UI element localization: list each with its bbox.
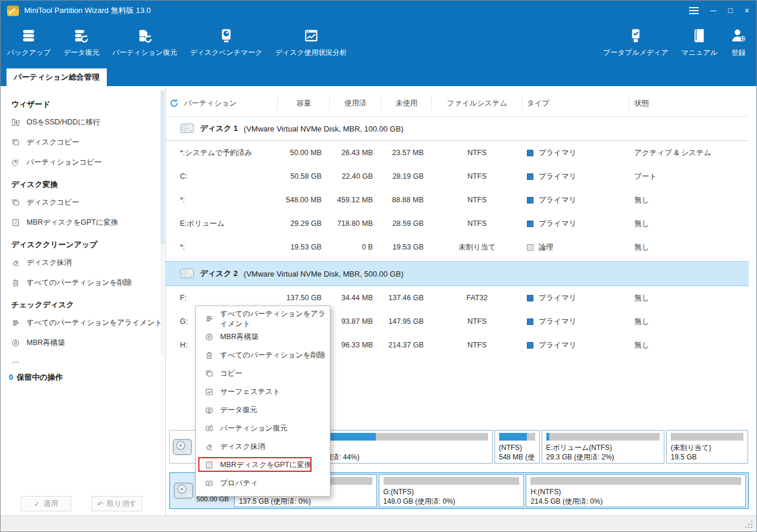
menu-item-align-all-partitions[interactable]: すべてのパーティションをアライメント	[196, 310, 330, 328]
disk-usage-analysis-icon	[303, 28, 319, 44]
data-recovery-icon	[73, 28, 89, 44]
usage-bar	[546, 433, 660, 441]
disk-icon	[180, 123, 194, 134]
col-partition[interactable]: パーティション	[184, 98, 237, 109]
table-row-c[interactable]: C: 50.58 GB 22.40 GB 28.19 GB NTFS プライマリ…	[166, 165, 749, 188]
backup-icon	[21, 28, 37, 44]
menu-item-delete-all-partitions[interactable]: すべてのパーティションを削除	[196, 346, 330, 364]
app-logo-icon	[6, 4, 19, 17]
data-recovery-icon	[205, 406, 214, 415]
pending-label: 保留中の操作	[17, 373, 63, 382]
clipped-item-icon	[11, 359, 20, 364]
disk-icon	[173, 482, 194, 500]
table-row-sysreserved[interactable]: *:システムで予約済み 50.00 MB 26.43 MB 23.57 MB N…	[166, 141, 749, 165]
sidebar-item-align-all-partitions[interactable]: すべてのパーティションをアライメント	[11, 313, 165, 333]
table-row-star1[interactable]: *: 548.00 MB 459.12 MB 88.88 MB NTFS プライ…	[166, 188, 749, 212]
diskmap-block-h[interactable]: H:(NTFS) 214.5 GB (使用済: 0%)	[526, 474, 746, 507]
sidebar-item-disk-copy-2[interactable]: ディスクコピー	[11, 192, 165, 212]
undo-icon: ↶	[97, 500, 103, 508]
action-buttons: ✓ 適用 ↶ 取り消す	[21, 496, 142, 511]
sidebar-section-check-disk: チェックディスク	[11, 300, 165, 310]
diskmap-block-g[interactable]: G:(NTFS) 148.0 GB (使用済: 0%)	[379, 474, 525, 507]
menu-item-surface-test[interactable]: サーフェステスト	[196, 383, 330, 401]
diskmap-block-548mb[interactable]: (NTFS) 548 MB (使用済: 84%)	[494, 430, 540, 464]
sidebar-item-convert-mbr-gpt[interactable]: 2 MBRディスクをGPTに変換	[11, 212, 165, 232]
primary-type-square	[527, 295, 533, 301]
sidebar-scroll-area: ウィザード OSをSSD/HDDに移行 ディスクコピー パーティションコピー デ	[1, 86, 165, 364]
sidebar-item-partition-copy[interactable]: パーティションコピー	[11, 152, 165, 172]
toolbar-disk-usage-button[interactable]: ディスク使用状況分析	[268, 24, 353, 61]
tab-partition-management[interactable]: パーティション総合管理	[6, 68, 107, 86]
disk-copy-icon	[11, 198, 20, 207]
primary-type-square	[527, 221, 533, 227]
table-row-e[interactable]: E:ボリューム 29.29 GB 718.80 MB 28.59 GB NTFS…	[166, 212, 749, 235]
properties-icon	[205, 479, 214, 488]
primary-type-square	[527, 318, 533, 325]
table-row-unallocated[interactable]: *: 19.53 GB 0 B 19.53 GB 未割り当て 論理 無し	[166, 235, 749, 259]
convert-mbr-gpt-icon: 2	[11, 218, 20, 227]
sidebar: ウィザード OSをSSD/HDDに移行 ディスクコピー パーティションコピー デ	[1, 86, 166, 515]
minimize-button[interactable]: ─	[710, 5, 716, 16]
refresh-icon[interactable]	[169, 98, 179, 108]
disk-context-menu: すべてのパーティションをアライメント MBR再構築 すべてのパーティションを削除…	[195, 306, 330, 497]
sidebar-scrollbar[interactable]	[160, 90, 165, 355]
sidebar-section-disk-cleanup: ディスククリーンアップ	[11, 239, 165, 250]
bootable-media-icon	[628, 28, 644, 44]
sidebar-section-wizard: ウィザード	[11, 99, 165, 110]
toolbar-data-recovery-button[interactable]: データ復元	[57, 24, 106, 61]
sidebar-item-migrate-os[interactable]: OSをSSD/HDDに移行	[11, 112, 165, 132]
highlight-red-box	[198, 457, 312, 472]
menu-item-convert-mbr-to-gpt[interactable]: 2 MBRディスクをGPTに変換	[196, 456, 330, 474]
undo-button[interactable]: ↶ 取り消す	[91, 496, 142, 511]
resize-grip[interactable]	[745, 521, 752, 528]
apply-button[interactable]: ✓ 適用	[21, 496, 71, 511]
sidebar-item-clipped[interactable]	[11, 353, 165, 364]
surface-test-icon	[205, 387, 214, 396]
toolbar-manual-button[interactable]: マニュアル	[675, 24, 724, 61]
col-status[interactable]: 状態	[630, 90, 749, 116]
close-button[interactable]: ×	[745, 5, 749, 16]
diskmap-block-e[interactable]: E:ボリューム(NTFS) 29.3 GB (使用済: 2%)	[542, 430, 664, 464]
menu-item-data-recovery[interactable]: データ復元	[196, 401, 330, 419]
check-icon: ✓	[34, 500, 40, 508]
partition-recovery-icon	[205, 424, 214, 433]
align-partitions-icon	[205, 314, 214, 323]
table-header: パーティション 容量 使用済 未使用 ファイルシステム タイプ 状態	[166, 90, 749, 117]
main-body: ウィザード OSをSSD/HDDに移行 ディスクコピー パーティションコピー デ	[1, 86, 756, 515]
sidebar-scrollbar-thumb[interactable]	[160, 91, 165, 244]
disk1-header-row[interactable]: ディスク 1 (VMware Virtual NVMe Disk, MBR, 1…	[166, 117, 749, 141]
titlebar: MiniTool Partition Wizard 無料版 13.0 ─ □ ×	[1, 1, 756, 21]
toolbar-partition-recovery-button[interactable]: パーティション復元	[106, 24, 183, 61]
disk-copy-icon	[11, 138, 20, 147]
toolbar-disk-benchmark-button[interactable]: ディスクベンチマーク	[183, 24, 269, 61]
col-used[interactable]: 使用済	[330, 90, 381, 116]
toolbar-register-button[interactable]: 登録	[724, 24, 753, 61]
col-capacity[interactable]: 容量	[278, 90, 330, 116]
diskmap-block-unallocated[interactable]: (未割り当て) 19.5 GB	[666, 430, 748, 464]
menu-item-partition-recovery[interactable]: パーティション復元	[196, 419, 330, 438]
pending-operations: 0保留中の操作	[1, 364, 165, 383]
menu-item-wipe-disk[interactable]: ディスク抹消	[196, 438, 330, 456]
maximize-button[interactable]: □	[728, 5, 733, 16]
align-partitions-icon	[11, 318, 20, 327]
menu-item-rebuild-mbr[interactable]: MBR再構築	[196, 328, 330, 346]
partition-copy-icon	[11, 158, 20, 167]
sidebar-section-disk-convert: ディスク変換	[11, 179, 165, 190]
toolbar-backup-button[interactable]: バックアップ	[1, 24, 57, 61]
menu-item-properties[interactable]: プロパティ	[196, 474, 330, 492]
window-title: MiniTool Partition Wizard 無料版 13.0	[24, 5, 151, 16]
sidebar-item-delete-all-partitions[interactable]: すべてのパーティションを削除	[11, 272, 165, 293]
sidebar-item-disk-copy[interactable]: ディスクコピー	[11, 132, 165, 152]
main-menu-icon[interactable]	[689, 7, 699, 8]
usage-bar	[530, 477, 741, 485]
primary-type-square	[527, 150, 533, 156]
register-icon	[730, 28, 746, 44]
menu-item-copy[interactable]: コピー	[196, 364, 330, 383]
col-unused[interactable]: 未使用	[381, 90, 432, 116]
sidebar-item-wipe-disk[interactable]: ディスク抹消	[11, 252, 165, 272]
sidebar-item-rebuild-mbr[interactable]: MBR再構築	[11, 333, 165, 353]
toolbar-bootable-media-button[interactable]: ブータブルメディア	[597, 24, 674, 61]
col-type[interactable]: タイプ	[522, 90, 630, 116]
col-filesystem[interactable]: ファイルシステム	[432, 90, 522, 116]
disk2-header-row[interactable]: ディスク 2 (VMware Virtual NVMe Disk, MBR, 5…	[166, 261, 749, 286]
